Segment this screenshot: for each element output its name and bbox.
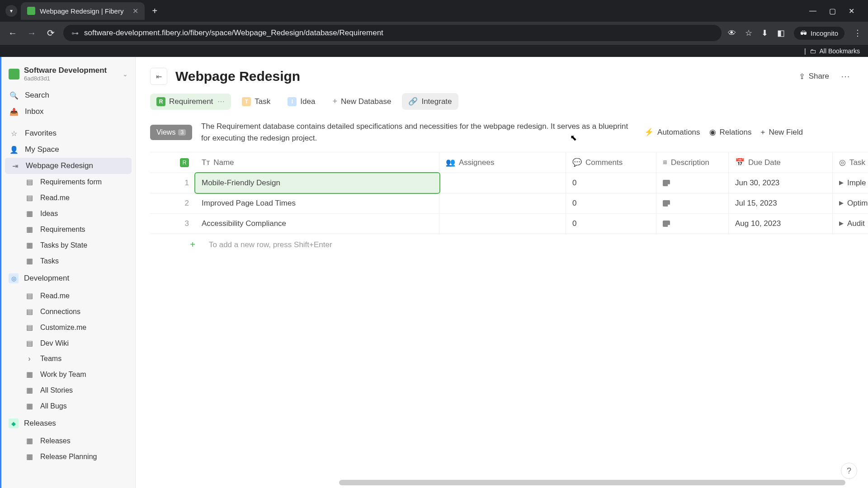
- more-icon[interactable]: ⋯: [837, 71, 854, 82]
- column-assignees[interactable]: 👥Assignees: [439, 152, 566, 173]
- maximize-icon[interactable]: ▢: [829, 7, 836, 15]
- new-tab-button[interactable]: +: [148, 6, 161, 16]
- cell-description[interactable]: [656, 193, 729, 213]
- download-icon[interactable]: ⬇: [761, 28, 768, 38]
- folder-icon: 🗀: [810, 47, 816, 55]
- tab-more-icon[interactable]: ⋯: [217, 97, 225, 106]
- add-row[interactable]: + To add a new row, press Shift+Enter: [150, 234, 868, 255]
- db-tab-task[interactable]: T Task: [236, 94, 277, 110]
- table-row[interactable]: 3 Accessibility Compliance 0 Aug 10, 202…: [150, 214, 868, 234]
- back-icon[interactable]: ←: [6, 28, 19, 38]
- sidebar-item-tasks-by-state[interactable]: ▦Tasks by State: [1, 237, 135, 253]
- sidebar-item-release-planning[interactable]: ▦Release Planning: [1, 449, 135, 465]
- column-comments[interactable]: 💬Comments: [566, 152, 656, 173]
- sidepanel-icon[interactable]: ◧: [777, 28, 785, 38]
- column-name[interactable]: TтName: [195, 152, 439, 173]
- sidebar-item-dev-readme[interactable]: ▤Read.me: [1, 288, 135, 304]
- sidebar-item-readme[interactable]: ▤Read.me: [1, 190, 135, 206]
- cell-description[interactable]: [656, 173, 729, 193]
- table-row[interactable]: 1 Mobile-Friendly Design 0 Jun 30, 2023 …: [150, 173, 868, 193]
- cell-assignees[interactable]: [439, 214, 566, 234]
- sidebar-favorites[interactable]: ☆Favorites: [1, 125, 135, 141]
- new-database-button[interactable]: + New Database: [326, 93, 397, 110]
- cell-due[interactable]: Jun 30, 2023: [729, 173, 833, 193]
- cell-assignees[interactable]: [439, 173, 566, 193]
- relations-button[interactable]: ◉Relations: [709, 127, 752, 137]
- sidebar-item-ideas[interactable]: ▦Ideas: [1, 206, 135, 221]
- sidebar-inbox[interactable]: 📥Inbox: [1, 103, 135, 120]
- sidebar-myspace[interactable]: 👤My Space: [1, 141, 135, 158]
- requirement-badge-icon: R: [180, 158, 189, 167]
- sidebar-item-work-by-team[interactable]: ▦Work by Team: [1, 366, 135, 382]
- dev-icon: ◎: [9, 273, 19, 283]
- cell-comments[interactable]: 0: [566, 193, 656, 213]
- sidebar-item-requirements[interactable]: ▦Requirements: [1, 221, 135, 237]
- bookmark-icon[interactable]: ☆: [745, 28, 752, 38]
- sidebar-item-customize[interactable]: ▤Customize.me: [1, 319, 135, 335]
- sidebar-item-dev-wiki[interactable]: ▤Dev Wiki: [1, 335, 135, 351]
- users-icon: 👥: [446, 158, 455, 167]
- browser-tab[interactable]: Webpage Redesign | Fibery ✕: [21, 2, 145, 20]
- cell-comments[interactable]: 0: [566, 173, 656, 193]
- sidebar-item-tasks[interactable]: ▦Tasks: [1, 253, 135, 269]
- doc-icon: ▤: [25, 339, 34, 347]
- cell-due[interactable]: Jul 15, 2023: [729, 193, 833, 213]
- sidebar-space-development[interactable]: ◎Development: [1, 269, 135, 288]
- table-row[interactable]: 2 Improved Page Load Times 0 Jul 15, 202…: [150, 193, 868, 214]
- tab-search-icon[interactable]: ▾: [5, 5, 17, 17]
- sidebar-item-all-bugs[interactable]: ▦All Bugs: [1, 398, 135, 414]
- column-due-date[interactable]: 📅Due Date: [729, 152, 833, 173]
- forward-icon[interactable]: →: [25, 28, 38, 38]
- cell-name[interactable]: Mobile-Friendly Design: [195, 173, 439, 193]
- horizontal-scrollbar[interactable]: [339, 480, 845, 485]
- cell-name[interactable]: Accessibility Compliance: [195, 214, 439, 234]
- sidebar-search[interactable]: 🔍Search: [1, 87, 135, 103]
- sidebar-item-requirements-form[interactable]: ▤Requirements form: [1, 174, 135, 190]
- chevron-down-icon: ⌄: [123, 70, 128, 78]
- column-description[interactable]: ≡Description: [656, 152, 729, 173]
- views-button[interactable]: Views 3: [150, 125, 192, 140]
- doc-icon: ▤: [25, 193, 34, 202]
- column-task[interactable]: ◎Task: [833, 152, 868, 173]
- share-button[interactable]: ⇪Share: [799, 72, 829, 81]
- board-icon: ▦: [25, 386, 34, 394]
- site-info-icon[interactable]: ⊶: [71, 29, 79, 38]
- cell-name[interactable]: Improved Page Load Times: [195, 193, 439, 213]
- workspace-switcher[interactable]: Software Development 6ad8d3d1 ⌄: [1, 62, 135, 87]
- automations-button[interactable]: ⚡Automations: [644, 127, 700, 137]
- note-icon: [663, 180, 670, 186]
- close-window-icon[interactable]: ✕: [849, 7, 854, 15]
- cell-comments[interactable]: 0: [566, 214, 656, 234]
- incognito-label: Incognito: [811, 29, 838, 37]
- sidebar-space-webpage-redesign[interactable]: ⇥Webpage Redesign: [5, 158, 132, 174]
- cell-task[interactable]: Optim: [833, 193, 868, 213]
- cell-due[interactable]: Aug 10, 2023: [729, 214, 833, 234]
- bookmarks-bar: | 🗀 All Bookmarks: [0, 44, 868, 57]
- sidebar-space-releases[interactable]: ◆Releases: [1, 414, 135, 433]
- help-button[interactable]: ?: [841, 463, 857, 479]
- flag-icon: [839, 181, 844, 185]
- sidebar-item-connections[interactable]: ▤Connections: [1, 304, 135, 319]
- sidebar-item-releases[interactable]: ▦Releases: [1, 433, 135, 449]
- incognito-badge[interactable]: 🕶 Incognito: [794, 27, 844, 40]
- close-icon[interactable]: ✕: [132, 7, 138, 15]
- cell-task[interactable]: Audit: [833, 214, 868, 234]
- integrate-button[interactable]: 🔗 Integrate: [402, 93, 458, 110]
- eye-off-icon[interactable]: 👁: [728, 28, 736, 38]
- cell-assignees[interactable]: [439, 193, 566, 213]
- url-bar[interactable]: ⊶ software-development.fibery.io/fibery/…: [63, 25, 722, 41]
- sidebar-item-all-stories[interactable]: ▦All Stories: [1, 382, 135, 398]
- collapse-sidebar-button[interactable]: ⇤: [150, 68, 167, 85]
- reload-icon[interactable]: ⟳: [44, 28, 57, 38]
- minimize-icon[interactable]: ―: [809, 7, 816, 15]
- sidebar-item-teams[interactable]: ›Teams: [1, 351, 135, 366]
- db-tab-idea[interactable]: I Idea: [281, 94, 321, 110]
- new-field-button[interactable]: +New Field: [760, 128, 803, 137]
- share-icon: ⇪: [799, 72, 805, 81]
- all-bookmarks[interactable]: All Bookmarks: [820, 47, 860, 55]
- cell-task[interactable]: Imple: [833, 173, 868, 193]
- db-tab-requirement[interactable]: R Requirement ⋯: [150, 94, 231, 110]
- cell-description[interactable]: [656, 214, 729, 234]
- menu-icon[interactable]: ⋮: [854, 28, 862, 38]
- board-icon: ▦: [25, 209, 34, 218]
